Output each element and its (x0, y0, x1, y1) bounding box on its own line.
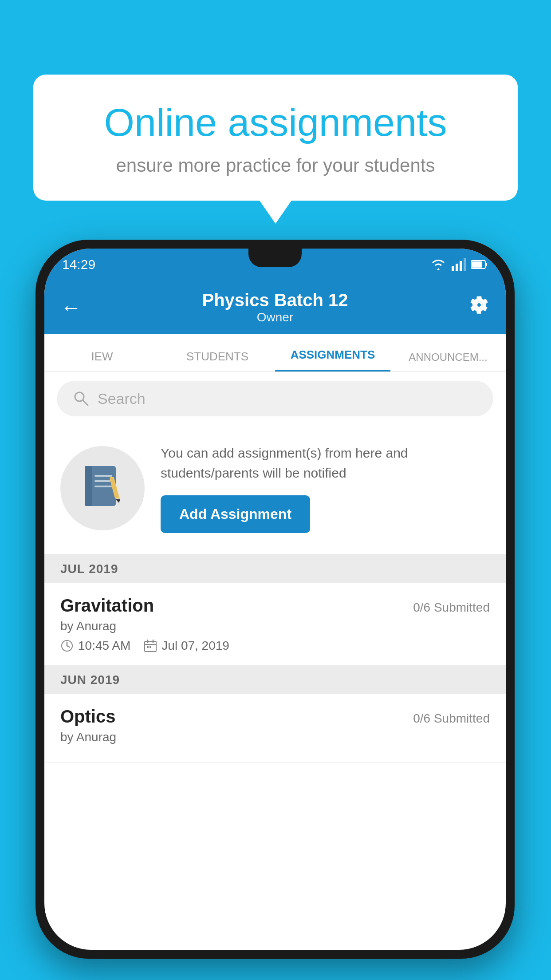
tab-assignments[interactable]: ASSIGNMENTS (275, 348, 390, 371)
section-header-jul: JUL 2019 (44, 555, 506, 583)
meta-time: 10:45 AM (60, 639, 130, 653)
svg-line-8 (83, 400, 88, 405)
svg-line-19 (67, 646, 70, 647)
svg-rect-10 (85, 466, 92, 506)
settings-icon[interactable] (468, 294, 490, 320)
svg-rect-11 (94, 475, 112, 477)
notebook-icon (80, 464, 125, 513)
svg-marker-16 (116, 499, 120, 503)
clock-icon (60, 639, 74, 652)
search-container: Search (44, 372, 506, 425)
back-button[interactable]: ← (60, 295, 82, 320)
svg-rect-2 (460, 261, 462, 271)
promo-text-area: You can add assignment(s) from here and … (161, 443, 490, 533)
promo-description: You can add assignment(s) from here and … (161, 443, 490, 483)
assignment-top-row-optics: Optics 0/6 Submitted (60, 707, 490, 727)
assignment-submitted: 0/6 Submitted (413, 601, 490, 615)
svg-rect-12 (94, 480, 112, 482)
app-header: ← Physics Batch 12 Owner (44, 281, 506, 334)
header-title: Physics Batch 12 (202, 290, 348, 310)
svg-rect-0 (452, 266, 454, 271)
phone-screen: 14:29 (44, 249, 506, 950)
svg-rect-5 (485, 263, 487, 266)
speech-bubble-wrapper: Online assignments ensure more practice … (33, 75, 518, 201)
section-header-jun: JUN 2019 (44, 666, 506, 694)
battery-icon (471, 260, 488, 269)
promo-card: You can add assignment(s) from here and … (44, 425, 506, 555)
assignment-item-optics[interactable]: Optics 0/6 Submitted by Anurag (44, 694, 506, 763)
search-placeholder: Search (98, 390, 146, 407)
svg-rect-24 (147, 646, 149, 648)
svg-rect-1 (456, 264, 458, 271)
calendar-icon (144, 639, 157, 652)
time-text: 10:45 AM (78, 639, 130, 653)
add-assignment-button[interactable]: Add Assignment (161, 495, 310, 533)
assignment-item-gravitation[interactable]: Gravitation 0/6 Submitted by Anurag 10:4… (44, 583, 506, 666)
assignment-name-optics: Optics (60, 707, 115, 727)
assignment-name: Gravitation (60, 596, 154, 616)
promo-icon-circle (60, 446, 145, 530)
speech-bubble-subtitle: ensure more practice for your students (69, 155, 482, 176)
tabs: IEW STUDENTS ASSIGNMENTS ANNOUNCEM... (44, 334, 506, 372)
meta-date: Jul 07, 2019 (144, 639, 229, 653)
tab-students[interactable]: STUDENTS (160, 350, 275, 371)
assignment-top-row: Gravitation 0/6 Submitted (60, 596, 490, 616)
tab-announcements[interactable]: ANNOUNCEM... (390, 351, 506, 371)
signal-icon (452, 258, 466, 271)
svg-rect-25 (150, 646, 151, 648)
assignment-by: by Anurag (60, 619, 490, 633)
speech-bubble: Online assignments ensure more practice … (33, 75, 518, 201)
header-center: Physics Batch 12 Owner (202, 290, 348, 324)
status-icons (430, 258, 488, 271)
svg-rect-6 (472, 261, 482, 268)
search-bar[interactable]: Search (57, 381, 493, 416)
assignment-submitted-optics: 0/6 Submitted (413, 711, 490, 726)
notch (248, 249, 302, 267)
svg-rect-3 (464, 258, 466, 271)
header-subtitle: Owner (202, 310, 348, 324)
search-icon (73, 390, 90, 407)
speech-bubble-title: Online assignments (69, 101, 482, 144)
status-time: 14:29 (62, 257, 95, 272)
svg-rect-13 (94, 486, 112, 487)
tab-iew[interactable]: IEW (44, 350, 160, 371)
assignment-by-optics: by Anurag (60, 730, 490, 744)
assignment-meta: 10:45 AM Jul 07, 2019 (60, 639, 490, 653)
date-text: Jul 07, 2019 (161, 639, 229, 653)
content-area: Search (44, 372, 506, 763)
phone-frame: 14:29 (35, 240, 515, 959)
wifi-icon (430, 258, 446, 271)
